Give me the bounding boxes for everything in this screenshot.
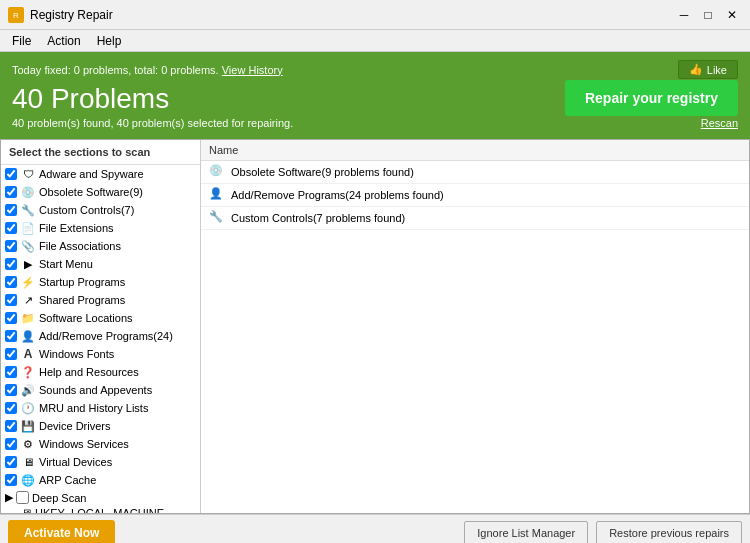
arp-label: ARP Cache bbox=[39, 474, 196, 486]
scan-item-arp[interactable]: 🌐 ARP Cache bbox=[1, 471, 200, 489]
file-assoc-icon: 📎 bbox=[20, 238, 36, 254]
checkbox-obsolete[interactable] bbox=[5, 186, 17, 198]
startup-icon: ⚡ bbox=[20, 274, 36, 290]
deep-scan-hklm[interactable]: 🖥 HKEY_LOCAL_MACHINE bbox=[1, 506, 200, 513]
result-item-custom[interactable]: 🔧 Custom Controls(7 problems found) bbox=[201, 207, 749, 230]
device-label: Device Drivers bbox=[39, 420, 196, 432]
scan-item-services[interactable]: ⚙ Windows Services bbox=[1, 435, 200, 453]
start-menu-label: Start Menu bbox=[39, 258, 196, 270]
mru-label: MRU and History Lists bbox=[39, 402, 196, 414]
title-bar-title: Registry Repair bbox=[30, 8, 113, 22]
scan-item-add-remove[interactable]: 👤 Add/Remove Programs(24) bbox=[1, 327, 200, 345]
main-content: Select the sections to scan 🛡 Adware and… bbox=[0, 139, 750, 514]
svg-text:R: R bbox=[13, 11, 19, 20]
checkbox-file-ext[interactable] bbox=[5, 222, 17, 234]
rescan-link[interactable]: Rescan bbox=[701, 117, 738, 129]
obsolete-label: Obsolete Software(9) bbox=[39, 186, 196, 198]
help-label: Help and Resources bbox=[39, 366, 196, 378]
services-label: Windows Services bbox=[39, 438, 196, 450]
checkbox-custom[interactable] bbox=[5, 204, 17, 216]
result-custom-label: Custom Controls(7 problems found) bbox=[231, 212, 405, 224]
result-item-obsolete[interactable]: 💿 Obsolete Software(9 problems found) bbox=[201, 161, 749, 184]
scan-item-file-ext[interactable]: 📄 File Extensions bbox=[1, 219, 200, 237]
scan-item-custom[interactable]: 🔧 Custom Controls(7) bbox=[1, 201, 200, 219]
services-icon: ⚙ bbox=[20, 436, 36, 452]
shared-label: Shared Programs bbox=[39, 294, 196, 306]
menu-file[interactable]: File bbox=[4, 32, 39, 50]
checkbox-virtual[interactable] bbox=[5, 456, 17, 468]
obsolete-icon: 💿 bbox=[20, 184, 36, 200]
result-addremove-icon: 👤 bbox=[209, 187, 225, 203]
checkbox-start-menu[interactable] bbox=[5, 258, 17, 270]
hklm-label: HKEY_LOCAL_MACHINE bbox=[35, 507, 164, 513]
fonts-label: Windows Fonts bbox=[39, 348, 196, 360]
shared-icon: ↗ bbox=[20, 292, 36, 308]
title-bar: R Registry Repair ─ □ ✕ bbox=[0, 0, 750, 30]
file-assoc-label: File Associations bbox=[39, 240, 196, 252]
add-remove-icon: 👤 bbox=[20, 328, 36, 344]
checkbox-add-remove[interactable] bbox=[5, 330, 17, 342]
scan-item-fonts[interactable]: A Windows Fonts bbox=[1, 345, 200, 363]
scan-item-software-loc[interactable]: 📁 Software Locations bbox=[1, 309, 200, 327]
checkbox-file-assoc[interactable] bbox=[5, 240, 17, 252]
checkbox-fonts[interactable] bbox=[5, 348, 17, 360]
add-remove-label: Add/Remove Programs(24) bbox=[39, 330, 196, 342]
header-today-text: Today fixed: 0 problems, total: 0 proble… bbox=[12, 64, 283, 76]
view-history-link[interactable]: View History bbox=[222, 64, 283, 76]
custom-icon: 🔧 bbox=[20, 202, 36, 218]
result-obsolete-label: Obsolete Software(9 problems found) bbox=[231, 166, 414, 178]
software-loc-label: Software Locations bbox=[39, 312, 196, 324]
result-item-addremove[interactable]: 👤 Add/Remove Programs(24 problems found) bbox=[201, 184, 749, 207]
mru-icon: 🕐 bbox=[20, 400, 36, 416]
scan-item-start-menu[interactable]: ▶ Start Menu bbox=[1, 255, 200, 273]
checkbox-mru[interactable] bbox=[5, 402, 17, 414]
thumbs-up-icon: 👍 bbox=[689, 63, 703, 76]
result-custom-icon: 🔧 bbox=[209, 210, 225, 226]
scan-item-adware[interactable]: 🛡 Adware and Spyware bbox=[1, 165, 200, 183]
activate-button[interactable]: Activate Now bbox=[8, 520, 115, 544]
sounds-label: Sounds and Appevents bbox=[39, 384, 196, 396]
checkbox-adware[interactable] bbox=[5, 168, 17, 180]
file-ext-icon: 📄 bbox=[20, 220, 36, 236]
menu-action[interactable]: Action bbox=[39, 32, 88, 50]
like-button[interactable]: 👍 Like bbox=[678, 60, 738, 79]
minimize-button[interactable]: ─ bbox=[674, 5, 694, 25]
right-panel: Name 💿 Obsolete Software(9 problems foun… bbox=[201, 140, 749, 513]
checkbox-sounds[interactable] bbox=[5, 384, 17, 396]
scan-item-startup[interactable]: ⚡ Startup Programs bbox=[1, 273, 200, 291]
adware-icon: 🛡 bbox=[20, 166, 36, 182]
scan-item-mru[interactable]: 🕐 MRU and History Lists bbox=[1, 399, 200, 417]
scan-item-sounds[interactable]: 🔊 Sounds and Appevents bbox=[1, 381, 200, 399]
scan-item-help[interactable]: ❓ Help and Resources bbox=[1, 363, 200, 381]
checkbox-startup[interactable] bbox=[5, 276, 17, 288]
help-icon: ❓ bbox=[20, 364, 36, 380]
software-loc-icon: 📁 bbox=[20, 310, 36, 326]
checkbox-device[interactable] bbox=[5, 420, 17, 432]
checkbox-services[interactable] bbox=[5, 438, 17, 450]
ignore-list-button[interactable]: Ignore List Manager bbox=[464, 521, 588, 544]
header-banner: Today fixed: 0 problems, total: 0 proble… bbox=[0, 52, 750, 139]
checkbox-shared[interactable] bbox=[5, 294, 17, 306]
repair-button[interactable]: Repair your registry bbox=[565, 80, 738, 116]
scan-item-obsolete[interactable]: 💿 Obsolete Software(9) bbox=[1, 183, 200, 201]
scan-item-device[interactable]: 💾 Device Drivers bbox=[1, 417, 200, 435]
right-panel-header: Name bbox=[201, 140, 749, 161]
scan-item-file-assoc[interactable]: 📎 File Associations bbox=[1, 237, 200, 255]
scan-item-virtual[interactable]: 🖥 Virtual Devices bbox=[1, 453, 200, 471]
startup-label: Startup Programs bbox=[39, 276, 196, 288]
deep-scan-expand-icon: ▶ bbox=[5, 491, 13, 504]
maximize-button[interactable]: □ bbox=[698, 5, 718, 25]
deep-scan-header[interactable]: ▶ Deep Scan bbox=[1, 489, 200, 506]
scan-item-shared[interactable]: ↗ Shared Programs bbox=[1, 291, 200, 309]
adware-label: Adware and Spyware bbox=[39, 168, 196, 180]
checkbox-help[interactable] bbox=[5, 366, 17, 378]
menu-bar: File Action Help bbox=[0, 30, 750, 52]
checkbox-arp[interactable] bbox=[5, 474, 17, 486]
menu-help[interactable]: Help bbox=[89, 32, 130, 50]
hklm-icon: 🖥 bbox=[21, 507, 32, 513]
result-obsolete-icon: 💿 bbox=[209, 164, 225, 180]
close-button[interactable]: ✕ bbox=[722, 5, 742, 25]
checkbox-software-loc[interactable] bbox=[5, 312, 17, 324]
checkbox-deep-scan[interactable] bbox=[16, 491, 29, 504]
restore-button[interactable]: Restore previous repairs bbox=[596, 521, 742, 544]
